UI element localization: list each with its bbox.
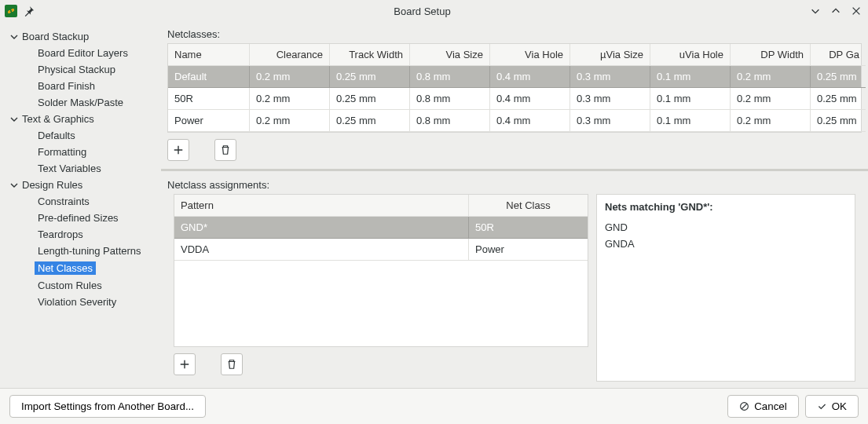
cell[interactable]: 0.8 mm xyxy=(410,88,490,110)
maximize-button[interactable] xyxy=(829,4,843,18)
cell[interactable]: 0.4 mm xyxy=(490,66,570,88)
cell[interactable]: 0.2 mm xyxy=(250,110,330,132)
cell[interactable]: Power xyxy=(469,239,588,261)
cell[interactable]: 0.8 mm xyxy=(410,110,490,132)
cancel-icon xyxy=(739,401,749,411)
column-header[interactable]: DP Width xyxy=(731,44,811,66)
column-header[interactable]: Net Class xyxy=(469,195,588,217)
cell[interactable]: GND* xyxy=(174,217,469,239)
cell[interactable]: 50R xyxy=(469,217,588,239)
column-header[interactable]: Via Hole xyxy=(490,44,570,66)
matching-nets-panel: Nets matching 'GND*': GNDGNDA xyxy=(596,194,855,382)
cell[interactable]: 0.25 mm xyxy=(811,110,866,132)
tree-section-label: Board Stackup xyxy=(22,31,89,42)
cancel-label: Cancel xyxy=(754,400,787,412)
column-header[interactable]: Pattern xyxy=(174,195,469,217)
pane-separator[interactable] xyxy=(161,169,868,171)
cell[interactable]: 0.4 mm xyxy=(490,110,570,132)
netclasses-title: Netclasses: xyxy=(167,28,862,40)
column-header[interactable]: uVia Hole xyxy=(650,44,731,66)
table-row[interactable]: Power0.2 mm0.25 mm0.8 mm0.4 mm0.3 mm0.1 … xyxy=(168,110,861,132)
tree-item[interactable]: Solder Mask/Paste xyxy=(0,94,161,111)
add-assignment-button[interactable] xyxy=(174,353,196,375)
cell[interactable]: 0.1 mm xyxy=(650,110,731,132)
column-header[interactable]: Track Width xyxy=(330,44,410,66)
tree-item[interactable]: Formatting xyxy=(0,144,161,160)
footer: Import Settings from Another Board... Ca… xyxy=(0,388,868,424)
cell[interactable]: 0.3 mm xyxy=(570,66,650,88)
cell[interactable]: 0.2 mm xyxy=(250,66,330,88)
tree-section-header[interactable]: Text & Graphics xyxy=(0,111,161,127)
cell[interactable]: 0.3 mm xyxy=(570,88,650,110)
cell[interactable]: 0.3 mm xyxy=(570,110,650,132)
close-button[interactable] xyxy=(849,4,863,18)
column-header[interactable]: Clearance xyxy=(250,44,330,66)
cell[interactable]: Default xyxy=(168,66,250,88)
table-row[interactable]: Default0.2 mm0.25 mm0.8 mm0.4 mm0.3 mm0.… xyxy=(168,66,861,88)
cell[interactable]: VDDA xyxy=(174,239,469,261)
tree-item[interactable]: Length-tuning Patterns xyxy=(0,243,161,259)
tree-section-label: Design Rules xyxy=(22,179,82,191)
cell[interactable]: 0.4 mm xyxy=(490,88,570,110)
cell[interactable]: 0.25 mm xyxy=(330,88,410,110)
titlebar: Board Setup xyxy=(0,0,868,22)
cell[interactable]: 0.25 mm xyxy=(330,110,410,132)
cell[interactable]: 0.1 mm xyxy=(650,66,731,88)
ok-button[interactable]: OK xyxy=(805,395,859,418)
tree-item[interactable]: Physical Stackup xyxy=(0,61,161,78)
cell[interactable]: 0.8 mm xyxy=(410,66,490,88)
tree-section-header[interactable]: Board Stackup xyxy=(0,28,161,45)
table-row[interactable]: VDDAPower xyxy=(174,239,588,261)
cell[interactable]: 0.25 mm xyxy=(811,66,866,88)
column-header[interactable]: µVia Size xyxy=(570,44,650,66)
tree-item[interactable]: Board Editor Layers xyxy=(0,45,161,61)
ok-label: OK xyxy=(832,400,847,412)
tree-item-selected[interactable]: Net Classes xyxy=(35,261,96,275)
chevron-down-icon xyxy=(9,115,19,124)
tree-item[interactable]: Text Variables xyxy=(0,160,161,177)
matching-net: GNDA xyxy=(605,236,847,252)
tree-section-header[interactable]: Design Rules xyxy=(0,177,161,193)
app-icon xyxy=(5,5,17,17)
cell[interactable]: 0.2 mm xyxy=(731,110,811,132)
cell[interactable]: 0.25 mm xyxy=(330,66,410,88)
check-icon xyxy=(817,401,827,411)
minimize-button[interactable] xyxy=(808,4,822,18)
assignments-table[interactable]: PatternNet ClassGND*50RVDDAPower xyxy=(174,194,588,347)
cell[interactable]: 0.2 mm xyxy=(731,88,811,110)
chevron-down-icon xyxy=(9,32,19,42)
window-title: Board Setup xyxy=(36,5,808,17)
cell[interactable]: Power xyxy=(168,110,250,132)
pin-icon[interactable] xyxy=(22,4,36,18)
column-header[interactable]: Via Size xyxy=(410,44,490,66)
matching-net: GND xyxy=(605,219,847,236)
sidebar: Board StackupBoard Editor LayersPhysical… xyxy=(0,22,161,388)
tree-item[interactable]: Violation Severity xyxy=(0,294,161,310)
column-header[interactable]: DP Ga xyxy=(811,44,866,66)
import-settings-label: Import Settings from Another Board... xyxy=(21,400,194,412)
delete-netclass-button[interactable] xyxy=(214,139,236,161)
column-header[interactable]: Name xyxy=(168,44,250,66)
cell[interactable]: 0.1 mm xyxy=(650,88,731,110)
cell[interactable]: 0.2 mm xyxy=(250,88,330,110)
netclasses-table[interactable]: NameClearanceTrack WidthVia SizeVia Hole… xyxy=(167,43,862,133)
add-netclass-button[interactable] xyxy=(167,139,189,161)
cancel-button[interactable]: Cancel xyxy=(727,395,799,418)
import-settings-button[interactable]: Import Settings from Another Board... xyxy=(9,395,206,418)
cell[interactable]: 0.2 mm xyxy=(731,66,811,88)
matching-nets-title: Nets matching 'GND*': xyxy=(605,201,847,213)
tree-item[interactable]: Constraints xyxy=(0,193,161,210)
assignments-title: Netclass assignments: xyxy=(167,179,862,191)
tree-item[interactable]: Custom Rules xyxy=(0,277,161,294)
tree-item[interactable]: Pre-defined Sizes xyxy=(0,210,161,226)
delete-assignment-button[interactable] xyxy=(221,353,243,375)
tree-item[interactable]: Board Finish xyxy=(0,78,161,94)
tree-item[interactable]: Teardrops xyxy=(0,226,161,243)
chevron-down-icon xyxy=(9,181,19,190)
tree-item[interactable]: Defaults xyxy=(0,127,161,144)
table-row[interactable]: 50R0.2 mm0.25 mm0.8 mm0.4 mm0.3 mm0.1 mm… xyxy=(168,88,861,110)
cell[interactable]: 50R xyxy=(168,88,250,110)
tree-section-label: Text & Graphics xyxy=(22,113,94,125)
cell[interactable]: 0.25 mm xyxy=(811,88,866,110)
table-row[interactable]: GND*50R xyxy=(174,217,588,239)
